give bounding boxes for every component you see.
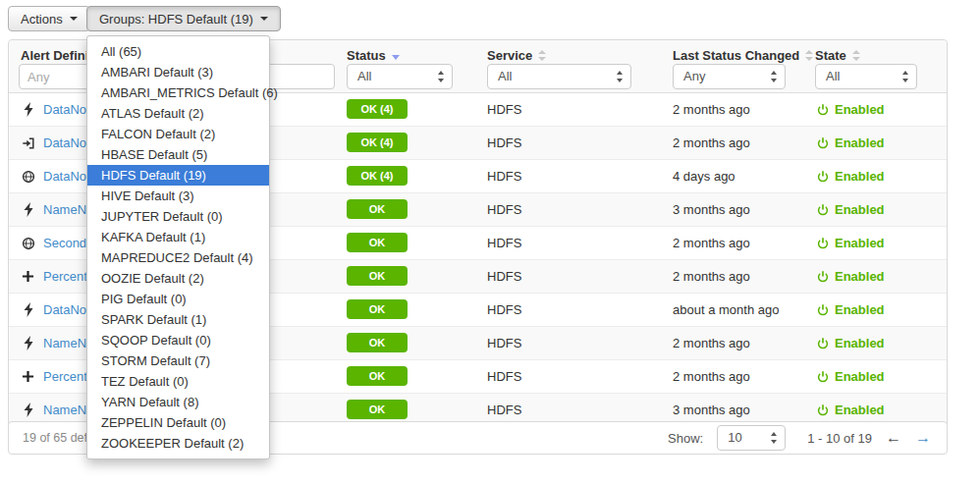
groups-dropdown-item[interactable]: FALCON Default (2) (87, 124, 269, 144)
state-cell: Enabled (815, 327, 885, 359)
caret-down-icon (260, 17, 268, 21)
groups-dropdown-item[interactable]: SQOOP Default (0) (87, 330, 269, 350)
lightning-icon (21, 302, 35, 317)
sort-descending-icon (392, 55, 400, 60)
select-value: All (826, 69, 840, 83)
power-icon (815, 337, 830, 350)
groups-dropdown-item[interactable]: HBASE Default (5) (87, 144, 269, 165)
groups-dropdown-item[interactable]: ATLAS Default (2) (87, 103, 269, 124)
groups-dropdown-item[interactable]: YARN Default (8) (87, 392, 269, 412)
power-icon (815, 237, 830, 249)
state-label: Enabled (835, 202, 885, 217)
sign-in-icon (21, 136, 35, 150)
stepper-icon (771, 71, 778, 82)
state-cell: Enabled (815, 260, 885, 293)
status-badge: OK (347, 266, 408, 286)
groups-dropdown-menu: All (65)AMBARI Default (3)AMBARI_METRICS… (86, 35, 270, 459)
last-status-changed-cell: 3 months ago (673, 202, 750, 217)
column-label: Service (487, 48, 532, 63)
service-cell: HDFS (487, 169, 521, 184)
lightning-icon (21, 336, 35, 350)
service-filter-select[interactable]: All (487, 64, 631, 89)
power-icon (815, 303, 830, 316)
state-label: Enabled (835, 169, 885, 184)
column-header-state[interactable]: State (815, 48, 860, 63)
groups-dropdown-item[interactable]: JUPYTER Default (0) (87, 206, 269, 227)
last-status-changed-cell: 2 months ago (673, 369, 750, 384)
last-status-changed-cell: about a month ago (673, 302, 779, 317)
column-header-status[interactable]: Status (347, 48, 400, 63)
next-page-button[interactable]: → (915, 430, 931, 446)
status-badge: OK (347, 233, 408, 252)
state-cell: Enabled (815, 193, 885, 226)
plus-icon (21, 370, 35, 383)
status-filter-select[interactable]: All (347, 64, 453, 89)
groups-dropdown-item[interactable]: STORM Default (7) (87, 350, 269, 371)
actions-button[interactable]: Actions (8, 6, 90, 31)
groups-dropdown-item[interactable]: ZEPPELIN Default (0) (87, 412, 269, 433)
state-cell: Enabled (815, 360, 885, 393)
globe-icon (21, 237, 35, 250)
groups-dropdown-item[interactable]: HIVE Default (3) (87, 186, 269, 206)
groups-dropdown-item[interactable]: OOZIE Default (2) (87, 268, 269, 289)
last-status-changed-cell: 2 months ago (673, 135, 750, 150)
state-label: Enabled (835, 102, 885, 117)
state-cell: Enabled (815, 160, 885, 192)
groups-dropdown-item[interactable]: KAFKA Default (1) (87, 227, 269, 247)
column-label: State (815, 48, 846, 63)
groups-dropdown-button[interactable]: Groups: HDFS Default (19) (86, 6, 281, 31)
status-badge: OK (347, 333, 408, 352)
status-badge: OK (347, 400, 408, 419)
groups-dropdown-item[interactable]: MAPREDUCE2 Default (4) (87, 247, 269, 268)
select-value: All (498, 69, 512, 83)
sort-icon (852, 50, 860, 61)
groups-dropdown-item[interactable]: AMBARI Default (3) (87, 62, 269, 82)
groups-dropdown-item[interactable]: SPARK Default (1) (87, 309, 269, 330)
last-status-changed-filter-select[interactable]: Any (673, 64, 786, 89)
state-label: Enabled (835, 369, 885, 384)
groups-dropdown-item[interactable]: All (65) (87, 41, 269, 62)
power-icon (815, 370, 830, 383)
caret-down-icon (70, 17, 78, 21)
show-label: Show: (668, 431, 703, 446)
last-status-changed-cell: 4 days ago (673, 169, 735, 184)
page-size-select[interactable]: 10 (717, 425, 786, 451)
groups-dropdown-item[interactable]: AMBARI_METRICS Default (6) (87, 82, 269, 103)
lightning-icon (21, 403, 35, 417)
page-range-label: 1 - 10 of 19 (807, 431, 872, 446)
last-status-changed-cell: 2 months ago (673, 336, 750, 350)
actions-button-label: Actions (21, 12, 63, 27)
groups-dropdown-item[interactable]: TEZ Default (0) (87, 371, 269, 392)
stepper-icon (902, 71, 909, 82)
state-label: Enabled (835, 302, 885, 317)
column-header-service[interactable]: Service (487, 48, 546, 63)
state-cell: Enabled (815, 227, 885, 259)
previous-page-button[interactable]: ← (886, 430, 901, 446)
select-value: All (357, 69, 371, 83)
status-badge: OK (4) (347, 133, 408, 152)
stepper-icon (771, 432, 778, 444)
last-status-changed-cell: 2 months ago (673, 236, 750, 250)
state-label: Enabled (835, 269, 885, 284)
groups-dropdown-item[interactable]: ZOOKEEPER Default (2) (87, 433, 269, 454)
service-cell: HDFS (487, 369, 521, 384)
groups-button-label: Groups: HDFS Default (19) (99, 12, 253, 27)
power-icon (815, 136, 830, 149)
groups-dropdown-item[interactable]: HDFS Default (19) (87, 165, 269, 186)
pagination-controls: Show: 10 1 - 10 of 19 ← → (668, 425, 947, 451)
column-label: Last Status Changed (673, 48, 799, 63)
service-cell: HDFS (487, 135, 521, 150)
last-status-changed-cell: 3 months ago (673, 403, 750, 417)
service-cell: HDFS (487, 102, 521, 117)
groups-dropdown-item[interactable]: PIG Default (0) (87, 289, 269, 309)
lightning-icon (21, 202, 35, 217)
service-cell: HDFS (487, 336, 521, 350)
status-badge: OK (347, 199, 408, 219)
state-filter-select[interactable]: All (815, 64, 917, 89)
service-cell: HDFS (487, 403, 521, 417)
globe-icon (21, 170, 35, 184)
lightning-icon (21, 102, 35, 117)
status-badge: OK (4) (347, 166, 408, 186)
status-badge: OK (347, 366, 408, 386)
column-header-last-status-changed[interactable]: Last Status Changed (673, 48, 813, 63)
